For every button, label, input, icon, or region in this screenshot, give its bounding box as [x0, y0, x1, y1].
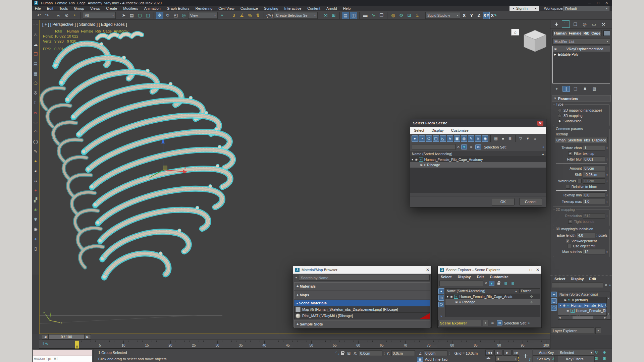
play-icon[interactable]: ▶ [503, 350, 512, 356]
gold-sphere-icon[interactable]: ● [33, 158, 39, 164]
menu-group[interactable]: Group [71, 6, 87, 10]
camera-icon[interactable]: ✇ [33, 90, 39, 96]
menu-views[interactable]: Views [87, 6, 103, 10]
menu-arnold[interactable]: Arnold [323, 6, 340, 10]
time-slider-handle[interactable]: 0 / 100 [49, 334, 84, 340]
scene-material-item[interactable]: Ribs_MAT ( VRayMtl ) [Ribcage] [294, 313, 430, 319]
filter-toggle-icon[interactable]: ▼ [461, 144, 467, 149]
menu-file[interactable]: File [32, 6, 44, 10]
radio-2d-mapping[interactable]: 2D mapping (landscape) [558, 108, 607, 112]
tree-row-child[interactable]: ◉ ● Ribcage [410, 162, 546, 168]
render-setup-icon[interactable]: ⚙ [397, 12, 405, 19]
dd-named-selection-sets[interactable]: Create Selection Se▾ [274, 12, 318, 19]
view-dependent-checkbox[interactable]: ✔View-dependent [554, 239, 608, 243]
thumb-view-icon[interactable]: ■ [500, 135, 506, 142]
remove-modifier-icon[interactable]: ✖ [581, 86, 589, 92]
minimize-icon[interactable]: — [522, 267, 526, 272]
y-coordinate-field[interactable]: 0,0cm [391, 350, 415, 356]
dd-reference-coordinate[interactable]: View▾ [188, 12, 218, 19]
add-time-tag[interactable]: ▣ Add Time Tag [417, 357, 447, 362]
menu-display[interactable]: Display [454, 275, 474, 279]
menu-select[interactable]: Select [410, 128, 428, 132]
tree-row-parent[interactable]: ▼ ◉ ● Human_Female_Rib_Cage_Anatomy ✣ [445, 294, 540, 299]
previous-frame-button[interactable]: ◀ [42, 334, 49, 340]
close-button[interactable]: ✕ [605, 1, 608, 5]
water-level-spinner[interactable]: Water level 0,0cm ▴▾ [555, 178, 607, 184]
close-icon[interactable]: ✕ [426, 267, 429, 272]
display-groups-toggle-icon[interactable]: ▣ [454, 135, 460, 142]
axis-y-button[interactable]: Y [468, 12, 475, 19]
display-objects-toggle-icon[interactable]: ● [438, 288, 444, 294]
frame-step-icons[interactable]: ◀▶ [486, 357, 490, 360]
ok-button[interactable]: OK [492, 198, 515, 205]
max-subdivs-spinner[interactable]: Max subdivs 12 ▴▾ [555, 249, 607, 254]
display-cameras-toggle-icon[interactable]: ◫ [433, 135, 439, 142]
sphere-object-icon[interactable]: ◯ [33, 138, 39, 144]
menu-animation[interactable]: Animation [141, 6, 164, 10]
find-input[interactable] [412, 144, 455, 150]
zoom-icon[interactable]: ⚲ [593, 350, 600, 355]
tab-create[interactable]: ✚ [552, 20, 560, 28]
eye-icon[interactable]: ◉ [420, 163, 423, 167]
previous-frame-icon[interactable]: ◀|| [494, 350, 502, 356]
edge-length-spinner[interactable]: Edge length 4,0 ▴▾ pixels [555, 233, 607, 238]
chevrons-icon[interactable]: » [528, 321, 530, 325]
open-mini-curve-editor-icon[interactable]: ‖∿ [43, 341, 49, 346]
menu-edit[interactable]: Edit [44, 6, 56, 10]
zoom-all-icon[interactable]: ⊕ [601, 350, 608, 355]
layer-row[interactable]: ◉ ≋ 0 (default) [558, 297, 610, 303]
search-options-icon[interactable]: ▼ [295, 276, 298, 279]
tab-hierarchy[interactable]: ❏ [571, 20, 579, 28]
display-containers-toggle-icon[interactable]: ⌸ [475, 135, 481, 142]
select-and-rotate-icon[interactable]: ↻ [164, 12, 171, 19]
display-geometry-toggle-icon[interactable]: ◫ [438, 295, 444, 301]
maps-group-header[interactable]: + Maps [294, 291, 430, 299]
maxscript-macro-row[interactable] [33, 350, 92, 356]
viewcube[interactable] [520, 27, 550, 54]
filter-folder-icon[interactable]: ⌂ [532, 135, 538, 142]
menu-create[interactable]: Create [103, 6, 120, 10]
display-lights-toggle-icon[interactable]: ❍ [426, 135, 432, 142]
shift-spinner[interactable]: Shift -0,25cm ▴▾ [555, 172, 607, 177]
window-crossing-icon[interactable]: ◫ [144, 12, 152, 19]
menu-select[interactable]: Select [438, 275, 454, 279]
red-sphere-icon[interactable]: ● [33, 187, 39, 193]
maximize-icon[interactable]: □ [530, 267, 532, 272]
dialog-title-bar[interactable]: Select From Scene ✕ [410, 119, 546, 127]
chevron-down-icon[interactable]: ▾ [595, 327, 601, 334]
texmap-button[interactable]: uman_Skeleton_ribs_Displace [555, 137, 608, 143]
expand-tree-icon[interactable]: ⊟ [503, 281, 508, 286]
eye-material-icon[interactable]: ◉ [33, 226, 39, 232]
expand-icon[interactable]: ▼ [446, 296, 449, 298]
display-geometry-toggle-icon[interactable]: ◫ [551, 298, 557, 304]
display-spacewarps-toggle-icon[interactable]: ≋ [447, 135, 453, 142]
auto-key-button[interactable]: Auto Key [533, 350, 560, 356]
track-bar[interactable]: ‖∿ 5101520253035404550556065707580859095… [39, 340, 550, 349]
search-input[interactable] [552, 282, 603, 288]
pin-stack-icon[interactable]: ⌖ [553, 86, 560, 92]
menu-display[interactable]: Display [569, 277, 586, 281]
set-keys-button[interactable]: +⚷ [519, 350, 532, 362]
cancel-button[interactable]: Cancel [519, 198, 542, 205]
render-window-icon[interactable]: ❒ [33, 51, 39, 57]
select-object-icon[interactable]: ➤ [120, 12, 127, 19]
menu-help[interactable]: Help [340, 6, 354, 10]
display-lights-toggle-icon[interactable]: ❍ [438, 302, 444, 307]
display-helpers-toggle-icon[interactable]: ◺ [440, 135, 446, 142]
collapse-tree-icon[interactable]: ⊞ [510, 281, 516, 286]
axis-z-button[interactable]: Z [476, 12, 482, 19]
dd-selection-filter[interactable]: All▾ [83, 12, 116, 19]
display-layers-icon[interactable]: ≋ [468, 144, 474, 149]
clear-search-icon[interactable]: ✕ [457, 145, 460, 149]
spinner-snap-icon[interactable]: ⇅ [254, 12, 262, 19]
filter-clear-icon[interactable]: ▽ [518, 135, 524, 142]
workspace-dropdown[interactable]: Default ▾ [563, 6, 609, 11]
snap-toggle-3d-icon[interactable]: 3 [230, 12, 237, 19]
tab-display[interactable]: ▭ [590, 20, 598, 28]
display-hierarchy-icon[interactable]: ⧉ [475, 144, 481, 149]
expand-icon[interactable]: ▼ [411, 159, 414, 161]
stereo-camera-icon[interactable]: ∞ [33, 109, 39, 115]
radio-3d-mapping[interactable]: 3D mapping [558, 114, 607, 118]
close-icon[interactable]: ✕ [536, 267, 539, 272]
set-key-button[interactable]: Set Key [533, 356, 554, 362]
